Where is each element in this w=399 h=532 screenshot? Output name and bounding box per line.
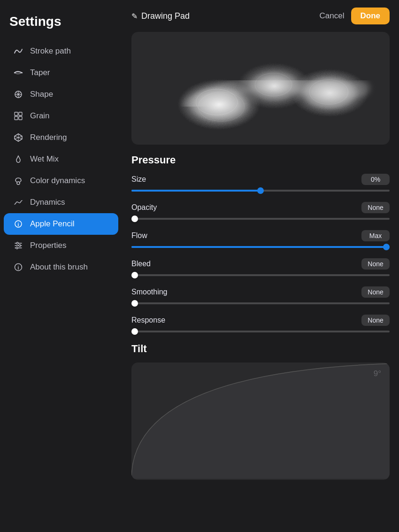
svg-rect-5 — [15, 112, 18, 116]
opacity-track[interactable] — [131, 218, 390, 220]
about-icon: i — [13, 262, 23, 272]
svg-point-22 — [19, 245, 21, 247]
apple-pencil-icon: i — [13, 219, 23, 229]
smoothing-label: Smoothing — [131, 288, 168, 296]
flow-fill — [131, 246, 390, 248]
sidebar-label-grain: Grain — [30, 111, 50, 121]
header-left: ✎ Drawing Pad — [131, 11, 190, 21]
svg-point-23 — [16, 247, 18, 249]
pressure-title: Pressure — [131, 154, 390, 166]
svg-text:i: i — [18, 265, 19, 270]
sidebar: Settings Stroke path Taper — [0, 0, 122, 532]
flow-label: Flow — [131, 231, 147, 240]
smoothing-thumb[interactable] — [131, 300, 138, 307]
size-track[interactable] — [131, 190, 390, 192]
tilt-section: Tilt 9° — [131, 343, 390, 480]
dynamics-icon — [13, 198, 23, 207]
brush-preview — [131, 32, 390, 145]
header-actions: Cancel Done — [320, 8, 390, 24]
tilt-box: 9° — [131, 362, 390, 480]
bleed-thumb[interactable] — [131, 272, 138, 278]
response-slider-row: Response None — [131, 315, 390, 332]
svg-rect-7 — [15, 116, 18, 120]
bleed-value: None — [361, 258, 390, 270]
settings-title: Settings — [0, 9, 122, 40]
bleed-slider-row: Bleed None — [131, 258, 390, 276]
shape-icon — [13, 90, 23, 99]
sidebar-item-shape[interactable]: Shape — [4, 84, 118, 105]
rendering-icon — [13, 133, 23, 142]
drawing-pad-icon: ✎ — [131, 12, 138, 21]
opacity-slider-row: Opacity None — [131, 202, 390, 220]
svg-point-13 — [17, 182, 20, 185]
sidebar-item-dynamics[interactable]: Dynamics — [4, 192, 118, 213]
svg-line-14 — [15, 181, 17, 182]
response-track[interactable] — [131, 331, 390, 332]
flow-thumb[interactable] — [383, 244, 390, 250]
sidebar-item-taper[interactable]: Taper — [4, 62, 118, 84]
size-value: 0% — [361, 174, 390, 185]
sidebar-label-taper: Taper — [30, 68, 50, 77]
sidebar-item-properties[interactable]: Properties — [4, 235, 118, 256]
opacity-label: Opacity — [131, 203, 157, 212]
flow-track[interactable] — [131, 246, 390, 248]
flow-slider-row: Flow Max — [131, 230, 390, 248]
sidebar-item-apple-pencil[interactable]: i Apple Pencil — [4, 213, 118, 235]
cancel-button[interactable]: Cancel — [320, 11, 345, 21]
header: ✎ Drawing Pad Cancel Done — [122, 0, 399, 32]
sidebar-item-about[interactable]: i About this brush — [4, 256, 118, 278]
scroll-content: Pressure Size 0% Opacity None — [122, 154, 399, 532]
svg-text:i: i — [18, 222, 19, 227]
sidebar-label-stroke-path: Stroke path — [30, 46, 71, 56]
color-dynamics-icon — [13, 176, 23, 185]
response-value: None — [361, 315, 390, 326]
properties-icon — [13, 241, 23, 250]
sidebar-item-stroke-path[interactable]: Stroke path — [4, 40, 118, 62]
response-label: Response — [131, 316, 165, 324]
stroke-path-icon — [13, 46, 23, 56]
header-title: Drawing Pad — [141, 11, 190, 21]
smoothing-slider-row: Smoothing None — [131, 286, 390, 304]
taper-icon — [13, 68, 23, 77]
wet-mix-icon — [13, 154, 23, 164]
sidebar-label-wet-mix: Wet Mix — [30, 154, 59, 164]
bleed-label: Bleed — [131, 260, 151, 268]
opacity-value: None — [361, 202, 390, 213]
tilt-title: Tilt — [131, 343, 390, 355]
done-button[interactable]: Done — [351, 8, 390, 24]
sidebar-label-dynamics: Dynamics — [30, 198, 65, 207]
sidebar-item-wet-mix[interactable]: Wet Mix — [4, 148, 118, 170]
sidebar-label-apple-pencil: Apple Pencil — [30, 219, 75, 229]
response-thumb[interactable] — [131, 328, 138, 335]
sidebar-label-properties: Properties — [30, 241, 66, 250]
sidebar-label-color-dynamics: Color dynamics — [30, 176, 85, 185]
bleed-track[interactable] — [131, 274, 390, 276]
opacity-thumb[interactable] — [131, 216, 138, 222]
size-thumb[interactable] — [257, 187, 264, 194]
sidebar-label-about: About this brush — [30, 262, 88, 272]
smoothing-track[interactable] — [131, 302, 390, 304]
grain-icon — [13, 111, 23, 121]
sidebar-label-rendering: Rendering — [30, 133, 67, 142]
sidebar-item-rendering[interactable]: Rendering — [4, 127, 118, 148]
sidebar-item-color-dynamics[interactable]: Color dynamics — [4, 170, 118, 192]
flow-value: Max — [361, 230, 390, 241]
main-content: ✎ Drawing Pad Cancel Done — [122, 0, 399, 532]
svg-point-21 — [16, 242, 18, 244]
size-label: Size — [131, 175, 146, 184]
smoothing-value: None — [361, 286, 390, 298]
svg-rect-6 — [19, 112, 22, 116]
size-fill — [131, 190, 261, 192]
sidebar-label-shape: Shape — [30, 90, 53, 99]
sidebar-item-grain[interactable]: Grain — [4, 105, 118, 127]
svg-line-15 — [20, 181, 21, 182]
size-slider-row: Size 0% — [131, 174, 390, 192]
svg-rect-8 — [19, 116, 22, 120]
